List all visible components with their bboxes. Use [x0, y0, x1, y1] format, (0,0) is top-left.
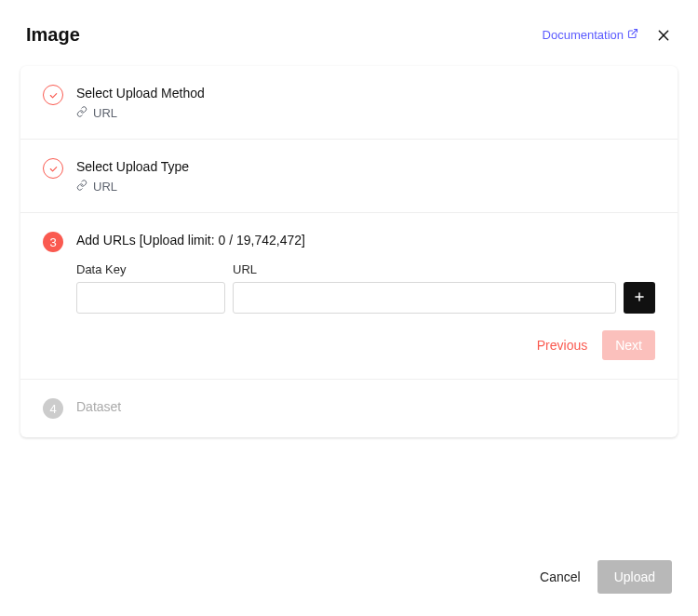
data-key-label: Data Key	[76, 262, 225, 276]
modal-header: Image Documentation	[0, 0, 698, 62]
step-done-icon	[43, 85, 63, 105]
step-sub-value: URL	[93, 180, 117, 194]
link-icon	[76, 106, 87, 120]
data-key-input[interactable]	[76, 282, 225, 314]
url-input[interactable]	[233, 282, 616, 314]
step-current-badge: 3	[43, 232, 63, 252]
step-actions: Previous Next	[76, 330, 655, 360]
step-sub: URL	[76, 106, 655, 120]
external-link-icon	[627, 28, 638, 42]
step-add-urls: 3 Add URLs [Upload limit: 0 / 19,742,472…	[20, 213, 678, 380]
url-label: URL	[233, 262, 616, 276]
step-sub: URL	[76, 180, 655, 194]
add-url-button[interactable]	[624, 282, 655, 314]
next-button[interactable]: Next	[602, 330, 655, 360]
header-right: Documentation	[543, 27, 672, 44]
url-form-row: Data Key URL	[76, 262, 655, 314]
step-title: Add URLs [Upload limit: 0 / 19,742,472]	[76, 232, 655, 248]
step-upload-method[interactable]: Select Upload Method URL	[20, 66, 678, 140]
step-sub-value: URL	[93, 106, 117, 120]
step-upload-type[interactable]: Select Upload Type URL	[20, 140, 678, 213]
previous-button[interactable]: Previous	[533, 332, 591, 358]
step-done-icon	[43, 158, 63, 179]
url-field: URL	[233, 262, 616, 314]
documentation-label: Documentation	[543, 28, 624, 42]
modal-footer: Cancel Upload	[514, 542, 698, 616]
plus-icon	[633, 290, 646, 306]
image-upload-modal: Image Documentation Select Upload Method	[0, 0, 698, 616]
modal-title: Image	[26, 24, 80, 46]
upload-button[interactable]: Upload	[597, 560, 672, 594]
steps-card: Select Upload Method URL Select Upload T…	[20, 66, 678, 437]
step-title: Select Upload Method	[76, 85, 655, 100]
data-key-field: Data Key	[76, 262, 225, 314]
close-button[interactable]	[655, 27, 672, 44]
step-dataset: 4 Dataset	[20, 380, 678, 437]
cancel-button[interactable]: Cancel	[540, 569, 581, 584]
step-upcoming-badge: 4	[43, 398, 63, 419]
link-icon	[76, 180, 87, 194]
documentation-link[interactable]: Documentation	[543, 28, 638, 42]
svg-line-0	[632, 30, 638, 35]
step-title: Dataset	[76, 398, 655, 414]
step-title: Select Upload Type	[76, 158, 655, 174]
